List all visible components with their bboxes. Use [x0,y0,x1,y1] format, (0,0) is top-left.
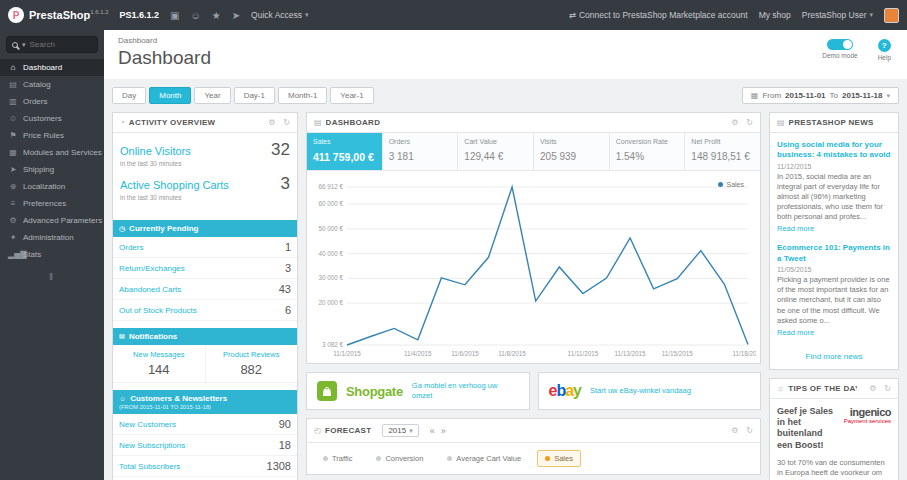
date-range-picker[interactable]: ▦ From2015-11-01 To2015-11-18 ▾ [742,87,899,104]
svg-text:20 000 €: 20 000 € [318,299,343,306]
read-more-link[interactable]: Read more [777,224,814,233]
kpi-visits[interactable]: Visits205 939 [534,133,610,170]
refresh-icon[interactable]: ↻ [884,384,891,393]
svg-text:30 000 €: 30 000 € [318,274,343,281]
sidebar-collapse-button[interactable]: ‖ [0,263,104,291]
breadcrumb[interactable]: Dashboard [118,36,893,45]
range-day-1-button[interactable]: Day-1 [234,87,275,104]
my-shop-link[interactable]: My shop [759,10,791,20]
orders-link[interactable]: Orders [119,243,143,252]
news-article-title[interactable]: Using social media for your business: 4 … [777,140,891,161]
chevron-down-icon: ▾ [886,92,890,100]
kpi-cart-value[interactable]: Cart Value129,44 € [458,133,534,170]
modules-icon: ▦ [8,148,18,157]
read-more-link[interactable]: Read more [777,328,814,337]
search-icon [12,42,18,48]
localization-icon: ⊕ [8,182,18,191]
new-subscriptions-link[interactable]: New Subscriptions [119,441,185,450]
sidebar-item-shipping[interactable]: ➤Shipping [0,161,104,178]
online-visitors-sub: in the last 30 minutes [120,160,290,167]
sidebar-search[interactable]: ▾ [6,36,98,53]
avatar[interactable] [884,8,899,23]
sidebar-item-orders[interactable]: ▥Orders [0,93,104,110]
range-year-button[interactable]: Year [194,87,230,104]
sidebar-item-administration[interactable]: ✦Administration [0,229,104,246]
refresh-icon[interactable]: ↻ [746,426,753,435]
range-day-button[interactable]: Day [112,87,146,104]
section-notifications: ✉Notifications [113,328,297,345]
product-reviews-link[interactable]: Product Reviews882 [205,345,298,382]
prestashop-logo[interactable]: P PrestaShop1.6.1.2 [8,7,109,23]
quick-access-menu[interactable]: Quick Access▾ [251,10,309,20]
returns-link[interactable]: Return/Exchanges [119,264,185,273]
out-of-stock-link[interactable]: Out of Stock Products [119,306,197,315]
gear-icon[interactable]: ⚙ [731,426,738,435]
panel-activity-overview: ◔ ACTIVITY OVERVIEW ⚙ ↻ Online Visitors3… [112,112,298,480]
ebay-link[interactable]: Start uw eBay-winkel vandaag [590,386,691,396]
sidebar-item-preferences[interactable]: ≡Preferences [0,195,104,212]
forecast-metric-traffic[interactable]: Traffic [315,450,360,467]
gear-icon[interactable]: ⚙ [268,118,275,127]
star-icon[interactable]: ★ [212,10,221,21]
kpi-sales[interactable]: Sales411 759,00 € [307,133,383,170]
new-customers-link[interactable]: New Customers [119,420,176,429]
customers-row-new-customers: New Customers90 [113,414,297,435]
active-carts-link[interactable]: Active Shopping Carts [120,179,229,191]
app: P PrestaShop1.6.1.2 PS1.6.1.2 ▣ ☺ ★ ➤ Qu… [0,0,907,480]
sales-legend-dot [718,182,723,187]
kpi-net-profit[interactable]: Net Profit148 918,51 € [685,133,760,170]
dashboard-panel-icon: ▤ [314,118,322,127]
prev-year-button[interactable]: « [430,426,435,436]
customers-icon: ☺ [8,114,18,123]
forecast-metric-sales[interactable]: Sales [537,450,581,467]
user-menu[interactable]: PrestaShop User▾ [802,10,873,20]
news-article-title[interactable]: Ecommerce 101: Payments in a Tweet [777,243,891,264]
sidebar-item-advanced-parameters[interactable]: ⚙Advanced Parameters [0,212,104,229]
refresh-icon[interactable]: ↻ [746,118,753,127]
total-subscribers-link[interactable]: Total Subscribers [119,462,180,471]
range-month-button[interactable]: Month [149,87,191,104]
svg-text:66 912 €: 66 912 € [318,183,343,190]
shop-icon[interactable]: ▣ [170,10,179,21]
launch-icon[interactable]: ➤ [232,10,240,21]
range-month-1-button[interactable]: Month-1 [278,87,327,104]
ingenico-logo[interactable]: ingenico Payment services [844,406,891,451]
svg-text:50 000 €: 50 000 € [318,225,343,232]
tip-body: 30 tot 70% van de consumenten in Europa … [777,458,891,480]
gear-icon[interactable]: ⚙ [731,118,738,127]
employee-icon[interactable]: ☺ [190,10,200,21]
sidebar-item-stats[interactable]: ▂▅▇Stats [0,246,104,263]
panel-forecast: ◴ FORECAST 2015▾ «» ⚙ ↻ Traffic Conversi… [306,418,761,475]
help-label: Help [878,54,891,61]
forecast-metric-conversion[interactable]: Conversion [368,450,431,467]
online-visitors-value: 32 [271,140,290,160]
find-more-news-link[interactable]: Find more news [770,349,898,369]
new-messages-link[interactable]: New Messages144 [113,345,205,382]
news-article: Ecommerce 101: Payments in a Tweet 11/05… [777,243,891,336]
sidebar-item-catalog[interactable]: ▤Catalog [0,76,104,93]
chart-legend-sales[interactable]: Sales [718,181,744,188]
gear-icon[interactable]: ⚙ [869,384,876,393]
sidebar-item-price-rules[interactable]: ⚑Price Rules [0,127,104,144]
news-article-date: 11/12/2015 [777,163,891,170]
forecast-year-select[interactable]: 2015▾ [382,424,418,437]
range-year-1-button[interactable]: Year-1 [330,87,373,104]
sidebar-item-localization[interactable]: ⊕Localization [0,178,104,195]
kpi-conversion-rate[interactable]: Conversion Rate1.54% [610,133,686,170]
next-year-button[interactable]: » [441,426,446,436]
sidebar-item-customers[interactable]: ☺Customers [0,110,104,127]
online-visitors-link[interactable]: Online Visitors [120,145,191,157]
forecast-metric-average-cart-value[interactable]: Average Cart Value [439,450,529,467]
refresh-icon[interactable]: ↻ [283,118,290,127]
marketplace-link[interactable]: ⇄Connect to PrestaShop Marketplace accou… [569,10,748,20]
help-icon[interactable]: ? [878,39,891,52]
home-icon: ⌂ [8,63,18,72]
tip-heading: Geef je Sales in het buitenland een Boos… [777,406,837,451]
sidebar-item-modules[interactable]: ▦Modules and Services [0,144,104,161]
sidebar-item-dashboard[interactable]: ⌂Dashboard [0,59,104,76]
abandoned-carts-link[interactable]: Abandoned Carts [119,285,181,294]
kpi-orders[interactable]: Orders3 181 [383,133,459,170]
search-input[interactable] [30,40,82,49]
shopgate-link[interactable]: Ga mobiel en verhoog uw omzet [412,381,519,401]
demo-mode-toggle[interactable] [827,39,853,50]
